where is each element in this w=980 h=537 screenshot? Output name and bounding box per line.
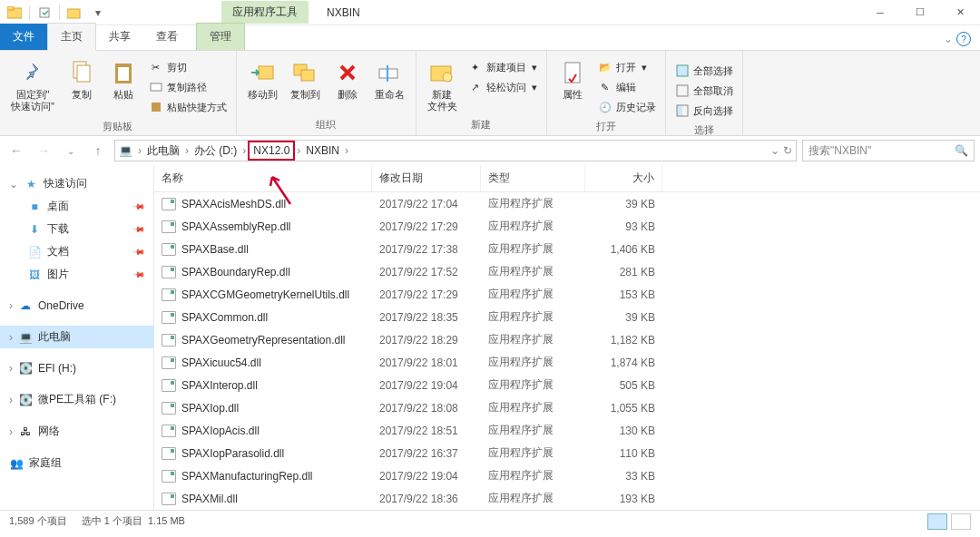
chevron-right-icon[interactable]: › [343, 144, 350, 157]
tab-manage[interactable]: 管理 [196, 23, 245, 50]
breadcrumb-item-highlighted[interactable]: NX12.0 [248, 141, 295, 161]
open-button[interactable]: 📂打开▾ [594, 58, 660, 76]
sidebar-network[interactable]: ›🖧网络 [0, 420, 153, 443]
recent-dropdown[interactable]: ⌄ [60, 140, 82, 161]
maximize-button[interactable]: ☐ [900, 0, 940, 25]
copy-path-button[interactable]: 复制路径 [145, 78, 230, 96]
file-row[interactable]: SPAXCGMGeometryKernelUtils.dll2017/9/22 … [154, 283, 980, 306]
pin-button[interactable]: 固定到" 快速访问" [5, 56, 60, 114]
rename-icon [375, 58, 404, 87]
file-date: 2017/9/22 19:04 [372, 377, 481, 394]
details-view-button[interactable] [927, 513, 947, 530]
edit-button[interactable]: ✎编辑 [594, 78, 660, 96]
forward-button[interactable]: → [33, 140, 54, 161]
up-button[interactable]: ↑ [87, 140, 109, 161]
file-row[interactable]: SPAXBoundaryRep.dll2017/9/22 17:52应用程序扩展… [154, 260, 980, 283]
file-row[interactable]: SPAXAcisMeshDS.dll2017/9/22 17:04应用程序扩展3… [154, 192, 980, 215]
search-input[interactable]: 搜索"NXBIN" 🔍 [802, 140, 975, 161]
new-folder-icon[interactable] [65, 4, 83, 22]
tab-home[interactable]: 主页 [47, 23, 96, 51]
properties-button[interactable]: 属性 [553, 56, 593, 103]
refresh-icon[interactable]: ↻ [783, 144, 792, 157]
sidebar-downloads[interactable]: ⬇下载📌 [0, 218, 153, 240]
dropdown-icon[interactable]: ▾ [89, 4, 107, 22]
breadcrumb-item[interactable]: 此电脑 [143, 142, 183, 161]
download-icon: ⬇ [27, 222, 42, 237]
close-button[interactable]: ✕ [940, 0, 980, 25]
file-row[interactable]: SPAXIopAcis.dll2017/9/22 18:51应用程序扩展130 … [154, 419, 980, 442]
navigation-pane[interactable]: ⌄★快速访问 ■桌面📌 ⬇下载📌 📄文档📌 🖼图片📌 ›☁OneDrive ›💻… [0, 165, 154, 510]
sidebar-drive-pe[interactable]: ›💽微PE工具箱 (F:) [0, 388, 153, 411]
pin-icon: 📌 [132, 222, 146, 236]
file-row[interactable]: SPAXIopParasolid.dll2017/9/22 16:37应用程序扩… [154, 442, 980, 464]
moveto-button[interactable]: 移动到 [242, 56, 283, 103]
select-all-button[interactable]: 全部选择 [671, 62, 737, 80]
dropdown-icon[interactable]: ⌄ [770, 144, 779, 157]
chevron-right-icon[interactable]: › [183, 144, 191, 157]
tab-file[interactable]: 文件 [0, 24, 47, 50]
drive-icon: 💽 [18, 393, 33, 407]
file-row[interactable]: SPAXCommon.dll2017/9/22 18:35应用程序扩展39 KB [154, 306, 980, 328]
copy-button[interactable]: 复制 [62, 56, 102, 103]
invert-selection-button[interactable]: 反向选择 [671, 102, 737, 120]
file-list[interactable]: 名称 修改日期 类型 大小 SPAXAcisMeshDS.dll2017/9/2… [154, 165, 980, 510]
sidebar-quick-access[interactable]: ⌄★快速访问 [0, 172, 153, 195]
dll-file-icon [162, 356, 176, 369]
copyto-button[interactable]: 复制到 [285, 56, 326, 103]
tab-share[interactable]: 共享 [96, 24, 143, 50]
sidebar-pictures[interactable]: 🖼图片📌 [0, 263, 153, 286]
breadcrumb[interactable]: 💻 › 此电脑 › 办公 (D:) › NX12.0 › NXBIN › ⌄ ↻ [114, 140, 797, 161]
chevron-right-icon[interactable]: › [240, 144, 248, 157]
svg-rect-8 [151, 83, 162, 91]
delete-button[interactable]: 删除 [328, 56, 368, 103]
view-buttons [927, 513, 971, 530]
paste-shortcut-button[interactable]: 粘贴快捷方式 [145, 98, 230, 116]
sidebar-this-pc[interactable]: ›💻此电脑 [0, 326, 153, 348]
drive-icon: 💽 [18, 361, 33, 376]
help-button[interactable]: ⌄? [935, 28, 980, 50]
sidebar-drive-efi[interactable]: ›💽EFI (H:) [0, 357, 153, 379]
dll-file-icon [162, 288, 176, 301]
column-type[interactable]: 类型 [481, 165, 585, 191]
main-body: ⌄★快速访问 ■桌面📌 ⬇下载📌 📄文档📌 🖼图片📌 ›☁OneDrive ›💻… [0, 165, 980, 510]
file-size: 130 KB [585, 423, 662, 439]
cut-button[interactable]: ✂剪切 [145, 58, 230, 76]
sidebar-onedrive[interactable]: ›☁OneDrive [0, 295, 153, 317]
new-folder-button[interactable]: 新建 文件夹 [422, 56, 463, 114]
svg-rect-7 [118, 67, 129, 81]
paste-button[interactable]: 粘贴 [103, 56, 143, 103]
file-row[interactable]: SPAXInterop.dll2017/9/22 19:04应用程序扩展505 … [154, 374, 980, 396]
chevron-right-icon[interactable]: › [136, 144, 143, 157]
window-controls: ─ ☐ ✕ [860, 0, 980, 25]
select-none-button[interactable]: 全部取消 [671, 82, 737, 100]
file-row[interactable]: SPAXManufacturingRep.dll2017/9/22 19:04应… [154, 464, 980, 487]
file-date: 2017/9/22 18:35 [372, 309, 481, 326]
file-row[interactable]: SPAXAssemblyRep.dll2017/9/22 17:29应用程序扩展… [154, 215, 980, 238]
rename-button[interactable]: 重命名 [369, 56, 410, 103]
dll-file-icon [162, 402, 176, 415]
new-item-button[interactable]: ✦新建项目▾ [465, 58, 541, 76]
sidebar-homegroup[interactable]: 👥家庭组 [0, 452, 153, 474]
history-button[interactable]: 🕘历史记录 [594, 98, 660, 116]
ribbon-group-new: 新建 文件夹 ✦新建项目▾ ↗轻松访问▾ 新建 [416, 51, 547, 135]
breadcrumb-item[interactable]: 办公 (D:) [191, 142, 240, 161]
chevron-right-icon[interactable]: › [295, 144, 302, 157]
file-row[interactable]: SPAXBase.dll2017/9/22 17:38应用程序扩展1,406 K… [154, 238, 980, 260]
column-date[interactable]: 修改日期 [372, 165, 481, 191]
file-name: SPAXIop.dll [181, 402, 239, 415]
easy-access-button[interactable]: ↗轻松访问▾ [465, 78, 541, 96]
breadcrumb-item[interactable]: NXBIN [302, 142, 343, 159]
file-row[interactable]: SPAXMil.dll2017/9/22 18:36应用程序扩展193 KB [154, 487, 980, 510]
back-button[interactable]: ← [5, 140, 27, 161]
file-row[interactable]: SPAXGeometryRepresentation.dll2017/9/22 … [154, 328, 980, 351]
column-name[interactable]: 名称 [154, 165, 372, 191]
file-row[interactable]: SPAXicuuc54.dll2017/9/22 18:01应用程序扩展1,87… [154, 351, 980, 374]
sidebar-desktop[interactable]: ■桌面📌 [0, 195, 153, 218]
minimize-button[interactable]: ─ [860, 0, 900, 25]
sidebar-documents[interactable]: 📄文档📌 [0, 240, 153, 263]
column-size[interactable]: 大小 [585, 165, 662, 191]
icons-view-button[interactable] [951, 513, 971, 530]
tab-view[interactable]: 查看 [143, 24, 191, 50]
properties-icon[interactable] [35, 4, 54, 22]
file-row[interactable]: SPAXIop.dll2017/9/22 18:08应用程序扩展1,055 KB [154, 396, 980, 419]
